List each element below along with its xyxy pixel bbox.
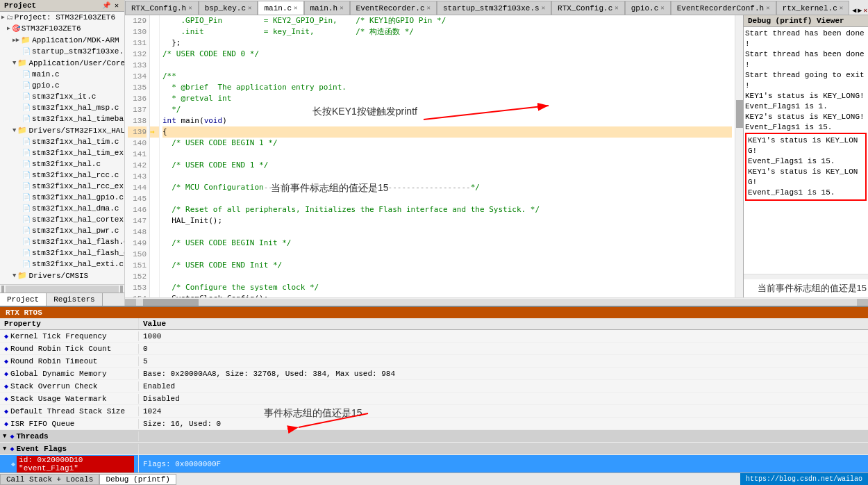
tree-file-gpio-c[interactable]: 📄 gpio.c bbox=[0, 80, 124, 91]
tree-file-hal-exti[interactable]: 📄stm32f1xx_hal_exti.c bbox=[0, 258, 124, 270]
tree-file-hal-timebase[interactable]: 📄 stm32f1xx_hal_timebas... bbox=[0, 113, 124, 124]
tab-rtx-config-c[interactable]: RTX_Config.c✕ bbox=[551, 1, 625, 15]
row-default-stack[interactable]: ◆Default Thread Stack Size 1024 bbox=[0, 405, 868, 418]
debug-viewer-header: Debug (printf) Viewer bbox=[744, 15, 868, 27]
tab-bsp-key-c[interactable]: bsp_key.c✕ bbox=[199, 1, 258, 15]
debug-line-11: Event_Flags1 is 15. bbox=[748, 188, 864, 198]
tree-folder-drivers[interactable]: ▼ 📁 Drivers/STM32F1xx_HAL_... bbox=[0, 124, 124, 136]
prop-val-default-stack: 1024 bbox=[139, 406, 868, 416]
debug-line-8: KEY1's status is KEY_LONG! bbox=[748, 135, 864, 156]
flag-item-icon: ◆ bbox=[11, 460, 15, 468]
tab-debug-printf[interactable]: Debug (printf) bbox=[99, 474, 176, 485]
horiz-scrollbar-thumb[interactable] bbox=[143, 299, 199, 306]
tab-registers[interactable]: Registers bbox=[47, 293, 102, 306]
editor-tab-bar: RTX_Config.h✕ bsp_key.c✕ main.c✕ main.h✕… bbox=[125, 0, 868, 15]
prop-val-stack-overrun: Enabled bbox=[139, 381, 868, 391]
tab-project[interactable]: Project bbox=[0, 293, 47, 306]
prop-val-isr-fifo: Size: 16, Used: 0 bbox=[139, 419, 868, 429]
rtos-table-container: Property Value ◆Kernel Tick Frequency 10… bbox=[0, 318, 868, 472]
tree-file-hal-msp[interactable]: 📄 stm32f1xx_hal_msp.c bbox=[0, 102, 124, 113]
tab-main-c[interactable]: main.c✕ bbox=[258, 1, 303, 15]
tree-project-root[interactable]: 🗂 Project: STM32F103ZET6 bbox=[0, 12, 124, 23]
row-round-robin-tick[interactable]: ◆Round Robin Tick Count 0 bbox=[0, 343, 868, 355]
tab-main-h[interactable]: main.h✕ bbox=[304, 1, 350, 15]
tree-file-main-c[interactable]: 📄 main.c bbox=[0, 69, 124, 80]
prop-val-gdm: Base: 0x20000AA8, Size: 32768, Used: 384… bbox=[139, 369, 868, 379]
scrollbar-thumb[interactable] bbox=[736, 100, 743, 128]
bottom-status-row: Call Stack + Locals Debug (printf) https… bbox=[0, 472, 868, 485]
tab-rtx-kernel-c[interactable]: rtx_kernel.c✕ bbox=[776, 1, 850, 15]
bottom-tab-group: Call Stack + Locals Debug (printf) bbox=[0, 474, 176, 485]
tab-event-recorder-c[interactable]: EventRecorder.c✕ bbox=[350, 1, 437, 15]
tree-folder-mdk[interactable]: ▶ 📁 Application/MDK-ARM bbox=[0, 34, 124, 46]
prop-name-kernel: Kernel Tick Frequency bbox=[10, 332, 107, 340]
arrow-column: ⇒ bbox=[150, 15, 160, 297]
tree-file-hal-tim-ex[interactable]: 📄stm32f1xx_hal_tim_ex.c bbox=[0, 147, 124, 158]
col-value: Value bbox=[139, 318, 868, 329]
tree-folder-cmsis[interactable]: ▼ 📁 Drivers/CMSIS bbox=[0, 270, 124, 281]
tree-file-hal[interactable]: 📄stm32f1xx_hal.c bbox=[0, 158, 124, 170]
rtos-title: RTX RTOS bbox=[6, 309, 42, 317]
prop-icon-kernel: ◆ bbox=[4, 332, 8, 340]
tree-file-hal-flash[interactable]: 📄stm32f1xx_hal_flash.c bbox=[0, 236, 124, 247]
tab-nav-left[interactable]: ◀ bbox=[852, 6, 856, 15]
debug-viewer-panel: Debug (printf) Viewer Start thread has b… bbox=[743, 15, 868, 297]
tab-rtx-config-h[interactable]: RTX_Config.h✕ bbox=[125, 1, 199, 15]
prop-icon-isr-fifo: ◆ bbox=[4, 420, 8, 428]
tab-close-all[interactable]: ✕ bbox=[863, 6, 867, 15]
debug-line-7: Event_Flags1 is 15. bbox=[745, 122, 867, 133]
code-area[interactable]: .GPIO_Pin = KEY2_GPIO_Pin, /* KEY1的GPIO … bbox=[160, 15, 735, 297]
row-stack-overrun[interactable]: ◆Stack Overrun Check Enabled bbox=[0, 380, 868, 393]
debug-scrollbar[interactable] bbox=[744, 274, 868, 279]
tab-event-recorder-conf-h[interactable]: EventRecorderConf.h✕ bbox=[671, 1, 776, 15]
section-event-flags[interactable]: ▼ ◆ Event Flags bbox=[0, 443, 868, 455]
debug-line-9: Event_Flags1 is 15. bbox=[748, 156, 864, 167]
code-editor[interactable]: 129130131132133 134135136137138 139 1401… bbox=[125, 15, 743, 297]
rtos-body: Property Value ◆Kernel Tick Frequency 10… bbox=[0, 318, 868, 472]
threads-label: Threads bbox=[16, 432, 48, 441]
tree-file-hal-flash-e[interactable]: 📄stm32f1xx_hal_flash_e... bbox=[0, 247, 124, 258]
prop-name-gdm: Global Dynamic Memory bbox=[10, 370, 107, 378]
sidebar-close-icon[interactable]: ✕ bbox=[113, 1, 120, 10]
tab-nav-right[interactable]: ▶ bbox=[858, 6, 862, 15]
row-stack-watermark[interactable]: ◆Stack Usage Watermark Disabled bbox=[0, 393, 868, 405]
annotation-key1-printf: 长按KEY1按键触发printf bbox=[312, 106, 417, 117]
editor-horizontal-scrollbar[interactable] bbox=[125, 297, 868, 306]
sidebar-pin-icon[interactable]: 📌 bbox=[101, 1, 112, 10]
tree-file-hal-dma[interactable]: 📄stm32f1xx_hal_dma.c bbox=[0, 203, 124, 214]
row-global-dynamic-mem[interactable]: ◆Global Dynamic Memory Base: 0x20000AA8,… bbox=[0, 368, 868, 380]
event-flags-label: Event Flags bbox=[16, 445, 67, 453]
tree-file-hal-pwr[interactable]: 📄stm32f1xx_hal_pwr.c bbox=[0, 225, 124, 236]
tab-gpio-c[interactable]: gpio.c✕ bbox=[625, 1, 671, 15]
tab-startup-s[interactable]: startup_stm32f103xe.s✕ bbox=[437, 1, 551, 15]
tree-folder-user-core[interactable]: ▼ 📁 Application/User/Core bbox=[0, 57, 124, 69]
event-flag-item-1[interactable]: ◆ id: 0x20000D10 "event_Flag1" Flags: 0x… bbox=[0, 455, 868, 472]
project-sidebar: Project 📌 ✕ 🗂 Project: STM32F103ZET6 bbox=[0, 0, 125, 306]
prop-val-watermark: Disabled bbox=[139, 394, 868, 404]
tree-device[interactable]: 🎯 STM32F103ZET6 bbox=[0, 23, 124, 34]
tree-file-hal-rcc-ex[interactable]: 📄stm32f1xx_hal_rcc_ex.c bbox=[0, 181, 124, 192]
status-url: https://blog.csdn.net/wailao bbox=[746, 475, 862, 483]
tree-file-stm32-it[interactable]: 📄 stm32f1xx_it.c bbox=[0, 91, 124, 102]
flag-item-value: Flags: 0x0000000F bbox=[139, 459, 868, 469]
tree-file-hal-gpio[interactable]: 📄stm32f1xx_hal_gpio.c bbox=[0, 192, 124, 203]
prop-icon-rr-tick: ◆ bbox=[4, 345, 8, 353]
tree-file-hal-cortex[interactable]: 📄stm32f1xx_hal_cortex.c bbox=[0, 214, 124, 225]
prop-icon-watermark: ◆ bbox=[4, 395, 8, 403]
debug-line-1: Start thread has been done ! bbox=[745, 28, 867, 49]
prop-name-rr-timeout: Round Robin Timeout bbox=[10, 357, 97, 365]
prop-name-default-stack: Default Thread Stack Size bbox=[10, 407, 125, 416]
row-kernel-tick[interactable]: ◆Kernel Tick Frequency 1000 bbox=[0, 330, 868, 343]
debug-highlight-box: KEY1's status is KEY_LONG! Event_Flags1 … bbox=[745, 133, 867, 201]
row-isr-fifo[interactable]: ◆ISR FIFO Queue Size: 16, Used: 0 bbox=[0, 418, 868, 430]
rtos-bottom-panel: RTX RTOS Property Value ◆Kernel Tick Fre… bbox=[0, 306, 868, 472]
tree-file-startup-s[interactable]: 📄 startup_stm32f103xe.s bbox=[0, 46, 124, 57]
row-round-robin-timeout[interactable]: ◆Round Robin Timeout 5 bbox=[0, 355, 868, 368]
tree-file-hal-rcc[interactable]: 📄stm32f1xx_hal_rcc.c bbox=[0, 170, 124, 181]
section-threads[interactable]: ▼ ◆ Threads bbox=[0, 430, 868, 443]
line-numbers: 129130131132133 134135136137138 139 1401… bbox=[125, 15, 150, 297]
tab-call-stack[interactable]: Call Stack + Locals bbox=[0, 474, 99, 485]
editor-scrollbar[interactable] bbox=[735, 15, 743, 297]
tree-file-hal-tim[interactable]: 📄stm32f1xx_hal_tim.c bbox=[0, 136, 124, 147]
debug-line-4: KEY1's status is KEY_LONG! bbox=[745, 91, 867, 101]
